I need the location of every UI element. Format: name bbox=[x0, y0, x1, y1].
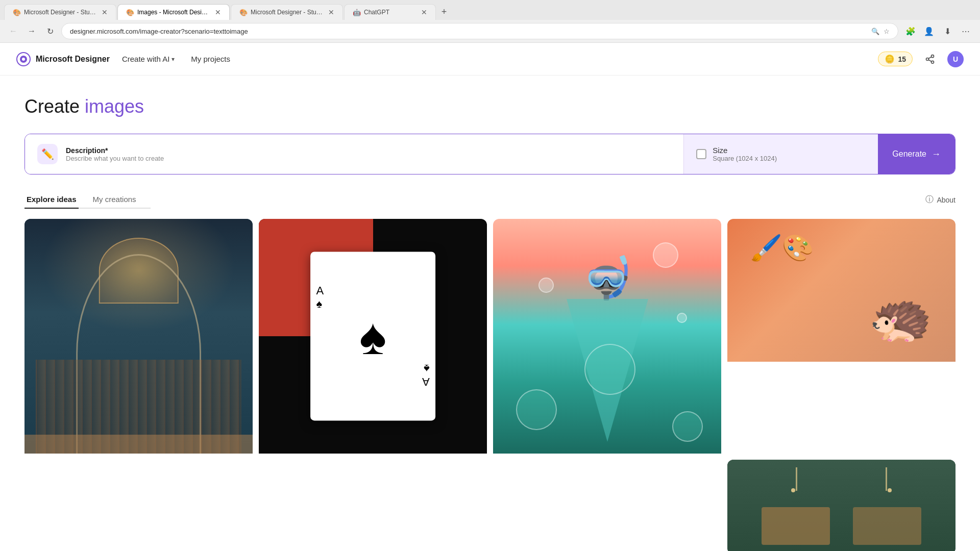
reload-button[interactable]: ↻ bbox=[43, 24, 57, 38]
underwater-orb-1 bbox=[516, 389, 557, 430]
address-bar[interactable]: designer.microsoft.com/image-creator?sce… bbox=[61, 23, 898, 39]
image-card-playing-card[interactable]: A♠ ♠ A♠ bbox=[259, 219, 487, 551]
svg-line-6 bbox=[928, 60, 932, 61]
generate-button[interactable]: Generate → bbox=[878, 134, 955, 174]
library-image bbox=[24, 219, 253, 454]
size-section: Size Square (1024 x 1024) bbox=[684, 134, 878, 174]
restaurant-bulb-2 bbox=[888, 488, 892, 492]
main-content: Create images ✏️ Description* Describe w… bbox=[0, 76, 980, 551]
library-floor bbox=[24, 435, 253, 454]
settings-button[interactable]: ⋯ bbox=[958, 23, 974, 39]
profile-button[interactable]: 👤 bbox=[921, 23, 937, 39]
image-card-armadillo[interactable]: 🖌️🎨 🦔 bbox=[727, 219, 955, 454]
star-icon: ☆ bbox=[884, 28, 890, 35]
armadillo-image: 🖌️🎨 🦔 bbox=[727, 219, 955, 362]
share-button[interactable] bbox=[921, 50, 939, 68]
description-placeholder: Describe what you want to create bbox=[66, 155, 164, 162]
tab-favicon-3: 🎨 bbox=[239, 9, 247, 16]
restaurant-table-2 bbox=[853, 507, 921, 545]
tab-favicon-4: 🤖 bbox=[353, 9, 360, 16]
bubble-1 bbox=[653, 242, 678, 268]
tab-favicon-1: 🎨 bbox=[13, 9, 20, 16]
svg-point-2 bbox=[22, 58, 25, 61]
browser-tab-3[interactable]: 🎨 Microsoft Designer - Stunning... ✕ bbox=[231, 4, 343, 20]
size-value: Square (1024 x 1024) bbox=[713, 155, 777, 162]
create-bar: ✏️ Description* Describe what you want t… bbox=[24, 134, 955, 174]
tab-title-1: Microsoft Designer - Stunning... bbox=[24, 9, 97, 16]
create-with-ai-nav[interactable]: Create with AI ▾ bbox=[118, 53, 179, 65]
browser-tab-4[interactable]: 🤖 ChatGPT ✕ bbox=[344, 4, 436, 20]
page-title: Create images bbox=[24, 96, 955, 117]
underwater-orb-3 bbox=[584, 344, 635, 395]
image-card-diver[interactable]: 🤿 bbox=[493, 219, 721, 551]
size-checkbox[interactable] bbox=[696, 149, 706, 159]
description-label: Description* bbox=[66, 146, 164, 155]
spade-symbol: ♠ bbox=[359, 311, 386, 362]
browser-tab-1[interactable]: 🎨 Microsoft Designer - Stunning... ✕ bbox=[4, 4, 116, 20]
download-button[interactable]: ⬇ bbox=[939, 23, 955, 39]
bubble-2 bbox=[538, 278, 554, 293]
browser-toolbar-right: 🧩 👤 ⬇ ⋯ bbox=[902, 23, 974, 39]
back-button[interactable]: ← bbox=[6, 24, 20, 38]
restaurant-bulb-1 bbox=[791, 488, 795, 492]
tab-explore-ideas[interactable]: Explore ideas bbox=[24, 191, 79, 209]
brushes-figure: 🖌️🎨 bbox=[750, 233, 814, 263]
tab-title-3: Microsoft Designer - Stunning... bbox=[251, 9, 324, 16]
tab-title-4: ChatGPT bbox=[364, 9, 417, 16]
my-projects-label: My projects bbox=[191, 55, 230, 63]
browser-tab-2[interactable]: 🎨 Images - Microsoft Designer ✕ bbox=[117, 4, 230, 20]
tab-close-1[interactable]: ✕ bbox=[102, 9, 108, 16]
card-pip-top: A♠ bbox=[310, 280, 330, 315]
playing-cards-image: A♠ ♠ A♠ bbox=[259, 219, 487, 454]
tabs-row: Explore ideas My creations ⓘ About bbox=[24, 191, 955, 209]
svg-line-7 bbox=[928, 57, 932, 58]
underwater-orb-2 bbox=[672, 411, 703, 442]
search-icon: 🔍 bbox=[871, 28, 879, 35]
diver-image: 🤿 bbox=[493, 219, 721, 454]
tab-my-creations[interactable]: My creations bbox=[91, 191, 138, 209]
description-icon: ✏️ bbox=[41, 148, 54, 160]
tab-close-2[interactable]: ✕ bbox=[215, 9, 221, 16]
logo-area[interactable]: Microsoft Designer bbox=[16, 52, 110, 66]
restaurant-table-1 bbox=[762, 507, 830, 545]
tabs-left: Explore ideas My creations bbox=[24, 191, 151, 209]
armadillo-figure: 🦔 bbox=[869, 287, 933, 347]
image-card-restaurant[interactable] bbox=[727, 460, 955, 551]
address-bar-row: ← → ↻ designer.microsoft.com/image-creat… bbox=[0, 20, 980, 42]
description-icon-wrapper: ✏️ bbox=[37, 144, 58, 164]
ace-card: A♠ ♠ A♠ bbox=[310, 252, 436, 420]
app-header: Microsoft Designer Create with AI ▾ My p… bbox=[0, 43, 980, 76]
about-button[interactable]: ⓘ About bbox=[925, 194, 955, 205]
card-pip-bottom: A♠ bbox=[416, 358, 436, 392]
tab-bar: 🎨 Microsoft Designer - Stunning... ✕ 🎨 I… bbox=[0, 0, 980, 20]
bubble-3 bbox=[677, 313, 687, 323]
restaurant-light-1 bbox=[796, 467, 797, 491]
my-projects-nav[interactable]: My projects bbox=[187, 53, 234, 65]
restaurant-light-2 bbox=[886, 467, 887, 491]
new-tab-button[interactable]: + bbox=[437, 5, 451, 19]
tab-close-4[interactable]: ✕ bbox=[421, 9, 427, 16]
generate-label: Generate bbox=[892, 149, 926, 159]
coin-count: 15 bbox=[898, 55, 906, 63]
generate-arrow-icon: → bbox=[932, 149, 941, 160]
coin-icon: 🪙 bbox=[885, 54, 895, 64]
url-text: designer.microsoft.com/image-creator?sce… bbox=[70, 28, 248, 35]
extensions-button[interactable]: 🧩 bbox=[902, 23, 919, 39]
red-triangle-right bbox=[484, 219, 487, 222]
description-section[interactable]: ✏️ Description* Describe what you want t… bbox=[25, 134, 684, 174]
image-column-right: 🖌️🎨 🦔 bbox=[727, 219, 955, 551]
image-grid: A♠ ♠ A♠ 🤿 🖌️🎨 bbox=[24, 219, 955, 551]
tab-title-2: Images - Microsoft Designer bbox=[137, 9, 211, 16]
create-with-ai-label: Create with AI bbox=[122, 55, 169, 63]
diver-figure: 🤿 bbox=[582, 254, 633, 302]
avatar-button[interactable]: U bbox=[947, 51, 964, 67]
tab-close-3[interactable]: ✕ bbox=[328, 9, 334, 16]
address-icons: 🔍 ☆ bbox=[871, 28, 890, 35]
chevron-down-icon: ▾ bbox=[172, 56, 175, 63]
image-card-library[interactable] bbox=[24, 219, 253, 551]
restaurant-inner bbox=[727, 460, 955, 551]
logo-text: Microsoft Designer bbox=[36, 55, 110, 64]
tab-favicon-2: 🎨 bbox=[126, 9, 133, 16]
info-icon: ⓘ bbox=[925, 194, 934, 205]
forward-button[interactable]: → bbox=[24, 24, 39, 38]
